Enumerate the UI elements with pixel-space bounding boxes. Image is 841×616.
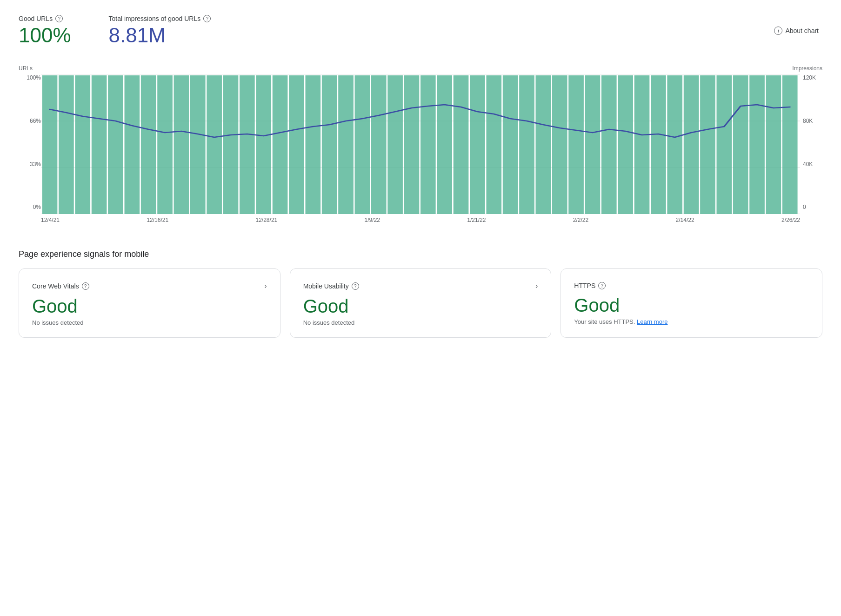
impressions-value: 8.81M (109, 24, 211, 47)
impressions-label: Total impressions of good URLs ? (109, 15, 211, 22)
svg-rect-6 (75, 75, 90, 214)
https-header: HTTPS ? (574, 282, 809, 289)
svg-rect-7 (92, 75, 107, 214)
svg-rect-28 (437, 75, 452, 214)
good-urls-value: 100% (19, 24, 71, 47)
svg-rect-30 (470, 75, 485, 214)
svg-rect-22 (338, 75, 354, 214)
svg-rect-21 (322, 75, 337, 214)
svg-rect-8 (108, 75, 123, 214)
https-help-icon[interactable]: ? (598, 282, 606, 289)
svg-rect-20 (305, 75, 320, 214)
svg-rect-26 (404, 75, 420, 214)
y-axis-right: 120K 80K 40K 0 (800, 74, 822, 223)
impressions-help-icon[interactable]: ? (203, 15, 211, 22)
y-axis-left: 100% 66% 33% 0% (19, 74, 41, 223)
chart-inner: 12/4/21 12/16/21 12/28/21 1/9/22 1/21/22… (41, 74, 800, 223)
svg-rect-16 (240, 75, 255, 214)
svg-rect-41 (651, 75, 666, 214)
svg-rect-29 (454, 75, 469, 214)
https-card: HTTPS ? Good Your site uses HTTPS. Learn… (561, 268, 822, 338)
svg-rect-48 (766, 75, 781, 214)
svg-rect-47 (749, 75, 765, 214)
core-web-vitals-status: Good (32, 296, 267, 316)
svg-rect-33 (519, 75, 534, 214)
svg-rect-27 (420, 75, 436, 214)
good-urls-metric: Good URLs ? 100% (19, 15, 90, 47)
core-web-vitals-header: Core Web Vitals ? › (32, 282, 267, 290)
svg-rect-45 (716, 75, 732, 214)
core-web-vitals-card: Core Web Vitals ? › Good No issues detec… (19, 268, 280, 338)
core-web-vitals-desc: No issues detected (32, 319, 267, 326)
svg-rect-18 (273, 75, 288, 214)
cards-row: Core Web Vitals ? › Good No issues detec… (19, 268, 822, 338)
svg-rect-46 (733, 75, 748, 214)
core-web-vitals-arrow[interactable]: › (264, 282, 267, 290)
svg-rect-5 (59, 75, 74, 214)
mobile-usability-help-icon[interactable]: ? (352, 282, 359, 290)
mobile-usability-title: Mobile Usability (303, 282, 349, 290)
svg-rect-32 (503, 75, 518, 214)
y-axis-left-label: URLs (19, 65, 33, 72)
mobile-usability-title-row: Mobile Usability ? (303, 282, 359, 290)
https-desc: Your site uses HTTPS. Learn more (574, 318, 809, 325)
about-chart-label: About chart (785, 27, 819, 34)
svg-rect-23 (355, 75, 370, 214)
https-status: Good (574, 295, 809, 315)
https-learn-more-link[interactable]: Learn more (637, 318, 667, 325)
signals-section-title: Page experience signals for mobile (19, 249, 822, 259)
svg-rect-43 (684, 75, 699, 214)
about-chart-button[interactable]: i About chart (770, 25, 822, 37)
svg-rect-34 (536, 75, 551, 214)
chart-container: URLs Impressions 100% 66% 33% 0% (19, 65, 822, 223)
chart-axes-wrapper: 100% 66% 33% 0% (19, 74, 822, 223)
svg-rect-11 (157, 75, 173, 214)
svg-rect-38 (601, 75, 617, 214)
svg-rect-24 (371, 75, 387, 214)
https-title-row: HTTPS ? (574, 282, 606, 289)
svg-rect-17 (256, 75, 271, 214)
svg-rect-35 (552, 75, 567, 214)
good-urls-label: Good URLs ? (19, 15, 71, 22)
mobile-usability-card: Mobile Usability ? › Good No issues dete… (290, 268, 552, 338)
svg-rect-49 (782, 75, 798, 214)
metrics-row: Good URLs ? 100% Total impressions of go… (19, 15, 822, 47)
svg-rect-13 (190, 75, 206, 214)
svg-rect-44 (700, 75, 715, 214)
impressions-metric: Total impressions of good URLs ? 8.81M (90, 15, 230, 47)
chart-area (41, 74, 800, 214)
svg-rect-4 (42, 75, 58, 214)
svg-rect-36 (568, 75, 584, 214)
svg-rect-40 (634, 75, 650, 214)
mobile-usability-status: Good (303, 296, 538, 316)
svg-rect-25 (387, 75, 403, 214)
svg-rect-9 (125, 75, 140, 214)
bar-group (42, 75, 798, 214)
info-icon: i (774, 27, 782, 35)
core-web-vitals-help-icon[interactable]: ? (82, 282, 89, 290)
y-axis-right-label: Impressions (792, 65, 822, 72)
svg-rect-14 (207, 75, 222, 214)
mobile-usability-header: Mobile Usability ? › (303, 282, 538, 290)
good-urls-label-text: Good URLs (19, 15, 53, 22)
https-title: HTTPS (574, 282, 595, 289)
chart-svg (41, 74, 800, 214)
mobile-usability-arrow[interactable]: › (535, 282, 538, 290)
svg-rect-42 (667, 75, 682, 214)
svg-rect-31 (486, 75, 501, 214)
core-web-vitals-title-row: Core Web Vitals ? (32, 282, 89, 290)
svg-rect-15 (223, 75, 239, 214)
core-web-vitals-title: Core Web Vitals (32, 282, 79, 290)
mobile-usability-desc: No issues detected (303, 319, 538, 326)
svg-rect-39 (618, 75, 633, 214)
impressions-label-text: Total impressions of good URLs (109, 15, 201, 22)
x-axis: 12/4/21 12/16/21 12/28/21 1/9/22 1/21/22… (41, 214, 800, 223)
svg-rect-37 (585, 75, 601, 214)
svg-rect-10 (141, 75, 156, 214)
good-urls-help-icon[interactable]: ? (55, 15, 63, 22)
svg-rect-12 (174, 75, 189, 214)
svg-rect-19 (289, 75, 304, 214)
